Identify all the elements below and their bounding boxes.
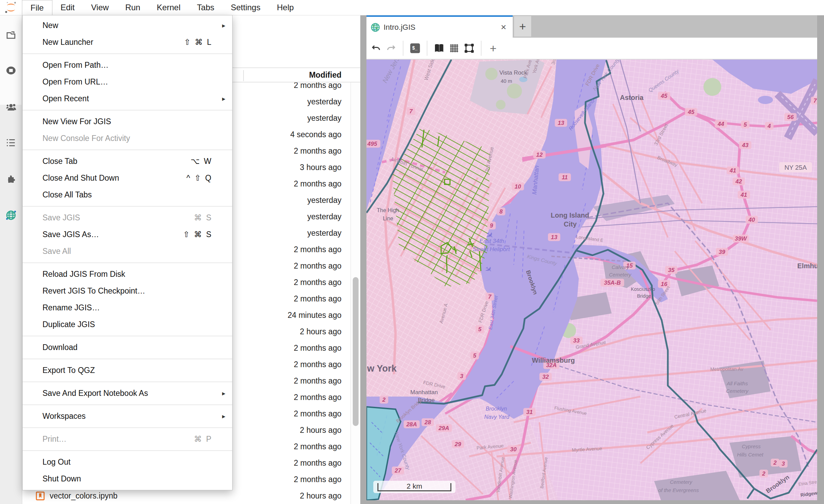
grid-icon[interactable] <box>447 41 462 56</box>
svg-text:35: 35 <box>668 267 675 273</box>
route-shield: 56 <box>784 113 797 121</box>
route-shield: 2 <box>760 470 768 478</box>
route-shield: 7 <box>407 107 415 115</box>
file-browser-icon[interactable] <box>0 26 22 45</box>
menu-item-shut-down[interactable]: Shut Down <box>23 470 232 487</box>
menu-item-new[interactable]: New▸ <box>23 17 232 34</box>
transform-icon[interactable] <box>462 41 477 56</box>
menu-item-close-and-shut-down[interactable]: Close And Shut Down^ ⇧ Q <box>23 170 232 186</box>
svg-text:7: 7 <box>488 294 492 300</box>
menu-item-open-recent[interactable]: Open Recent▸ <box>23 90 232 107</box>
map-label: Cemetery <box>670 479 693 485</box>
menu-item-new-launcher[interactable]: New Launcher⇧ ⌘ L <box>23 34 232 51</box>
menu-item-close-tab[interactable]: Close Tab⌥ W <box>23 153 232 170</box>
menubar-item-view[interactable]: View <box>83 0 117 15</box>
route-shield: 10 <box>512 183 524 191</box>
map-label: The High <box>377 207 399 213</box>
scrollbar-thumb[interactable] <box>353 277 359 426</box>
menu-item-revert-jgis-to-checkpoint[interactable]: Revert JGIS To Checkpoint… <box>23 283 232 299</box>
menu-item-save-all: Save All <box>23 243 232 260</box>
redo-icon[interactable] <box>384 41 399 56</box>
route-shield: 32 <box>539 373 552 381</box>
route-shield: 2 <box>380 396 388 404</box>
menu-item-reload-jgis-from-disk[interactable]: Reload JGIS From Disk <box>23 266 232 283</box>
scale-bar-label: 2 km <box>373 482 455 490</box>
svg-text:41: 41 <box>740 192 747 198</box>
collaboration-icon[interactable] <box>0 98 22 117</box>
svg-text:5: 5 <box>478 326 482 333</box>
route-shield: 28A <box>404 421 420 428</box>
file-list-scrollbar[interactable] <box>350 82 360 504</box>
svg-text:11: 11 <box>562 174 568 181</box>
svg-text:32: 32 <box>542 374 549 380</box>
map-label: Line <box>383 216 393 221</box>
book-icon[interactable] <box>432 41 447 56</box>
menu-separator <box>23 206 232 207</box>
route-shield: 45 <box>685 108 697 116</box>
file-name[interactable]: vector_colors.ipynb <box>50 491 117 501</box>
route-shield: 29A <box>436 424 452 432</box>
menu-item-open-from-url[interactable]: Open From URL… <box>23 74 232 90</box>
route-shield: 7 <box>811 97 817 105</box>
running-kernels-icon[interactable] <box>0 61 22 80</box>
jupyter-logo-icon[interactable] <box>0 0 22 15</box>
svg-text:7: 7 <box>813 98 817 104</box>
menu-item-save-jgis-as[interactable]: Save JGIS As…⇧ ⌘ S <box>23 226 232 243</box>
menubar-item-settings[interactable]: Settings <box>223 0 269 15</box>
menu-item-new-view-for-jgis[interactable]: New View For JGIS <box>23 113 232 130</box>
svg-text:$_: $_ <box>412 45 418 51</box>
svg-text:4: 4 <box>767 123 771 129</box>
map-canvas[interactable]: 49571312111089755322728A2829A2930313232A… <box>366 60 817 500</box>
menu-item-workspaces[interactable]: Workspaces▸ <box>23 408 232 425</box>
menubar: FileEditViewRunKernelTabsSettingsHelp <box>0 0 824 15</box>
jupytergis-icon[interactable] <box>0 206 22 225</box>
menu-item-log-out[interactable]: Log Out <box>23 454 232 470</box>
menu-item-open-from-path[interactable]: Open From Path… <box>23 57 232 74</box>
menu-item-download[interactable]: Download <box>23 339 232 356</box>
route-shield: 3 <box>458 372 466 380</box>
route-shield: 40 <box>746 216 758 224</box>
svg-text:44: 44 <box>717 121 724 127</box>
menubar-item-file[interactable]: File <box>22 0 52 15</box>
menubar-item-tabs[interactable]: Tabs <box>189 0 223 15</box>
add-layer-icon[interactable]: + <box>486 41 501 56</box>
scale-bar: 2 km <box>373 481 455 493</box>
extensions-icon[interactable] <box>0 170 22 190</box>
route-shield: 3 <box>779 460 788 468</box>
menubar-item-kernel[interactable]: Kernel <box>149 0 189 15</box>
map-label: Bridge <box>637 293 651 299</box>
svg-text:2: 2 <box>773 460 777 466</box>
menu-separator <box>23 110 232 111</box>
menu-item-duplicate-jgis[interactable]: Duplicate JGIS <box>23 316 232 333</box>
menu-item-rename-jgis[interactable]: Rename JGIS… <box>23 299 232 316</box>
route-shield: 28 <box>422 418 434 426</box>
route-shield: 11 <box>559 173 571 181</box>
svg-text:5: 5 <box>473 352 476 359</box>
modified-column-header[interactable]: Modified <box>309 70 341 80</box>
map-label: Long Island <box>551 211 589 219</box>
route-shield: 35 <box>665 266 677 274</box>
route-shield: 5 <box>476 325 484 333</box>
svg-text:30: 30 <box>510 446 517 453</box>
menu-item-close-all-tabs[interactable]: Close All Tabs <box>23 186 232 203</box>
close-icon[interactable]: ✕ <box>500 23 507 31</box>
menu-item-save-and-export-notebook-as[interactable]: Save And Export Notebook As▸ <box>23 385 232 402</box>
menu-item-print: Print…⌘ P <box>23 431 232 448</box>
map-label: 40 m <box>501 78 512 84</box>
menubar-item-help[interactable]: Help <box>269 0 302 15</box>
menubar-item-run[interactable]: Run <box>117 0 149 15</box>
terminal-icon[interactable]: $_ <box>408 41 423 56</box>
tab-intro-jgis[interactable]: Intro.jGIS ✕ <box>366 15 513 38</box>
menu-item-export-to-qgz[interactable]: Export To QGZ <box>23 362 232 379</box>
menu-item-save-jgis: Save JGIS⌘ S <box>23 209 232 226</box>
svg-text:39W: 39W <box>735 235 748 242</box>
undo-icon[interactable] <box>369 41 384 56</box>
column-divider[interactable] <box>243 70 244 81</box>
map-label: Astoria <box>620 94 644 101</box>
table-of-contents-icon[interactable] <box>0 133 22 152</box>
left-sidebar <box>0 15 22 504</box>
menubar-item-edit[interactable]: Edit <box>52 0 83 15</box>
new-tab-button[interactable]: + <box>514 16 531 37</box>
toolbar-separator <box>481 41 482 56</box>
route-shield: 27 <box>392 467 404 475</box>
